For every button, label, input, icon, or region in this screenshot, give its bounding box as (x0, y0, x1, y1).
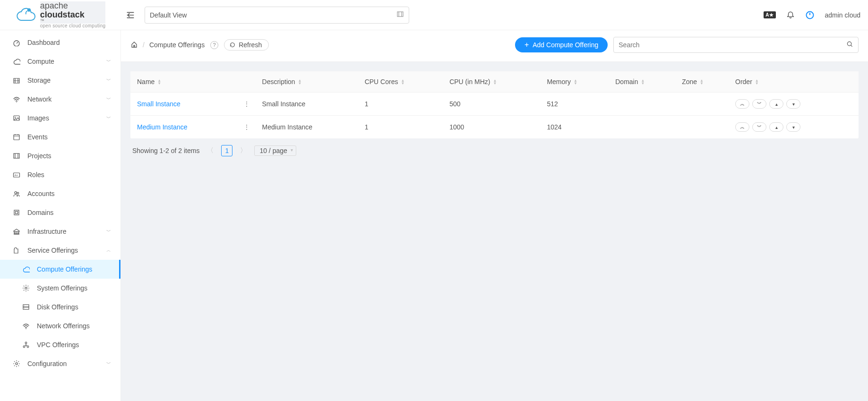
order-top-button[interactable]: ︽ (735, 99, 749, 109)
view-select-label: Default View (150, 11, 187, 19)
sidebar-item-vpc-offerings[interactable]: VPC Offerings (0, 335, 120, 354)
refresh-button[interactable]: Refresh (224, 39, 269, 51)
order-bottom-button[interactable]: ︾ (752, 99, 766, 109)
sidebar-item-roles[interactable]: Roles (0, 165, 120, 184)
cloud-icon (22, 265, 30, 273)
language-badge[interactable]: A★ (764, 11, 775, 18)
menu-toggle-button[interactable] (121, 11, 140, 19)
column-header[interactable]: Zone▲▼ (677, 71, 730, 93)
cell-cpu-mhz: 500 (445, 93, 542, 116)
svg-point-22 (27, 8, 30, 11)
pagination-prev[interactable]: 〈 (205, 146, 215, 155)
bank-icon (12, 228, 21, 235)
team-icon (12, 190, 21, 197)
user-menu-icon[interactable] (805, 10, 815, 20)
sidebar-item-network[interactable]: Network﹀ (0, 90, 120, 109)
project-icon (396, 10, 404, 19)
sidebar-item-label: Network (27, 95, 106, 103)
database-icon (12, 77, 21, 84)
row-actions-menu[interactable]: ⋮ (241, 100, 253, 108)
cell-description: Medium Instance (258, 116, 360, 138)
offerings-table: Name▲▼Description▲▼CPU Cores▲▼CPU (in MH… (130, 71, 859, 138)
sort-icon: ▲▼ (401, 79, 404, 85)
row-actions-menu[interactable]: ⋮ (241, 123, 253, 131)
sidebar-item-label: Domains (27, 209, 111, 216)
cell-cpu-cores: 1 (360, 93, 445, 116)
wifi-icon (12, 95, 21, 103)
column-header[interactable]: Order▲▼ (730, 71, 859, 93)
sort-icon: ▲▼ (157, 79, 161, 85)
sidebar-item-service-offerings[interactable]: Service Offerings︿ (0, 241, 120, 260)
sidebar-item-label: VPC Offerings (37, 341, 111, 349)
pagination: Showing 1-2 of 2 items 〈 1 〉 10 / page (130, 138, 859, 156)
chevron-down-icon: ﹀ (106, 115, 111, 121)
hdd-icon (22, 303, 30, 311)
notifications-button[interactable] (786, 11, 795, 19)
block-icon (12, 209, 21, 216)
sidebar-item-label: Dashboard (27, 39, 111, 46)
sidebar-item-projects[interactable]: Projects (0, 146, 120, 165)
offering-name-link[interactable]: Small Instance (137, 100, 180, 108)
sidebar-item-storage[interactable]: Storage﹀ (0, 71, 120, 90)
pagination-page-1[interactable]: 1 (221, 145, 232, 156)
order-down-button[interactable]: ▾ (786, 99, 800, 109)
search-box[interactable] (613, 37, 859, 53)
chevron-down-icon: ﹀ (106, 96, 111, 102)
sort-icon: ▲▼ (641, 79, 645, 85)
cell-domain (610, 93, 677, 116)
calendar-icon (12, 133, 21, 141)
cell-memory: 1024 (542, 116, 610, 138)
sidebar-item-infrastructure[interactable]: Infrastructure﹀ (0, 222, 120, 241)
sidebar-item-label: Disk Offerings (37, 303, 111, 311)
column-header[interactable]: CPU Cores▲▼ (360, 71, 445, 93)
cell-zone (677, 116, 730, 138)
column-header[interactable]: Memory▲▼ (542, 71, 610, 93)
pagination-next[interactable]: 〉 (238, 146, 249, 155)
breadcrumb-home[interactable] (130, 41, 138, 50)
help-button[interactable]: ? (210, 41, 218, 49)
sidebar-item-label: Compute Offerings (37, 265, 111, 273)
sidebar-item-network-offerings[interactable]: Network Offerings (0, 316, 120, 335)
sort-icon: ▲▼ (493, 79, 497, 85)
offering-name-link[interactable]: Medium Instance (137, 123, 188, 131)
sidebar-item-label: System Offerings (37, 284, 111, 292)
sidebar-item-system-offerings[interactable]: System Offerings (0, 279, 120, 298)
column-header[interactable]: Name▲▼ (130, 71, 258, 93)
setting-icon (22, 284, 30, 292)
cloud-icon (12, 58, 21, 65)
sidebar-item-images[interactable]: Images﹀ (0, 109, 120, 128)
order-top-button[interactable]: ︽ (735, 122, 749, 132)
power-icon (805, 10, 815, 20)
header: apachecloudstack™ open source cloud comp… (0, 0, 868, 30)
sidebar-item-dashboard[interactable]: Dashboard (0, 33, 120, 52)
sidebar-item-events[interactable]: Events (0, 128, 120, 146)
sidebar-item-disk-offerings[interactable]: Disk Offerings (0, 298, 120, 316)
view-select[interactable]: Default View (145, 7, 409, 24)
sidebar-item-compute-offerings[interactable]: Compute Offerings (0, 260, 120, 279)
sidebar-item-label: Storage (27, 77, 106, 84)
column-header[interactable]: Description▲▼ (258, 71, 360, 93)
image-icon (12, 114, 21, 122)
chevron-down-icon: ﹀ (106, 77, 111, 84)
refresh-icon (229, 42, 236, 48)
shopping-icon (12, 247, 21, 254)
page-header: / Compute Offerings ? Refresh + Add Comp… (121, 30, 868, 62)
idcard-icon (12, 171, 21, 179)
column-header[interactable]: CPU (in MHz)▲▼ (445, 71, 542, 93)
order-bottom-button[interactable]: ︾ (752, 122, 766, 132)
order-down-button[interactable]: ▾ (786, 122, 800, 132)
sidebar-item-compute[interactable]: Compute﹀ (0, 52, 120, 71)
order-up-button[interactable]: ▴ (769, 122, 783, 132)
user-name[interactable]: admin cloud (825, 11, 861, 19)
logo[interactable]: apachecloudstack™ open source cloud comp… (0, 1, 121, 29)
sidebar-item-domains[interactable]: Domains (0, 203, 120, 222)
table-row: Small Instance⋮Small Instance1500512︽︾▴▾ (130, 93, 859, 116)
column-header[interactable]: Domain▲▼ (610, 71, 677, 93)
add-compute-offering-button[interactable]: + Add Compute Offering (515, 37, 608, 52)
pagination-page-size[interactable]: 10 / page (254, 145, 296, 156)
order-up-button[interactable]: ▴ (769, 99, 783, 109)
sidebar-item-configuration[interactable]: Configuration﹀ (0, 354, 120, 373)
sidebar-item-accounts[interactable]: Accounts (0, 184, 120, 203)
search-input[interactable] (619, 41, 846, 49)
sidebar-item-label: Compute (27, 58, 106, 65)
